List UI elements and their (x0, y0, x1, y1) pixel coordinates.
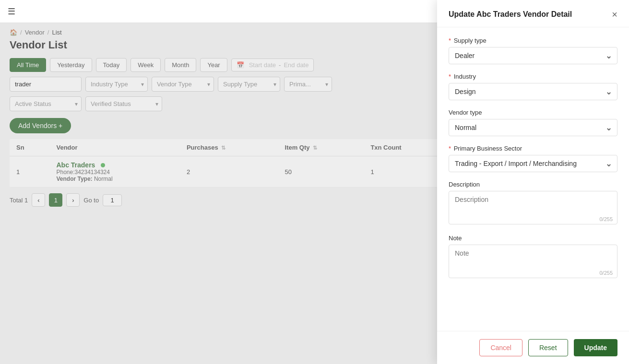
supply-type-select-wrapper: Dealer Distributor Manufacturer Wholesal… (449, 47, 617, 64)
description-textarea[interactable] (449, 191, 617, 224)
industry-select-wrapper: Design Technology Retail Manufacturing (449, 83, 617, 100)
supply-type-modal-select[interactable]: Dealer Distributor Manufacturer Wholesal… (449, 47, 617, 64)
modal-close-button[interactable]: × (612, 10, 617, 19)
vendor-type-group: Vendor type Normal Premium Basic (449, 109, 617, 136)
primary-business-select-wrapper: Trading - Export / Import / Merchandisin… (449, 155, 617, 172)
vendor-type-modal-select[interactable]: Normal Premium Basic (449, 119, 617, 136)
note-group: Note 0/255 (449, 235, 617, 280)
app-layout: ☰ 🏠 / Vendor / List Vendor List All Time… (0, 0, 629, 364)
note-char-count: 0/255 (599, 270, 613, 276)
primary-business-group: * Primary Business Sector Trading - Expo… (449, 145, 617, 172)
description-textarea-wrapper: 0/255 (449, 191, 617, 226)
update-button[interactable]: Update (574, 339, 617, 356)
supply-type-label: * Supply type (449, 37, 617, 44)
modal-footer: Cancel Reset Update (437, 331, 629, 364)
industry-label: * Industry (449, 73, 617, 80)
description-label: Description (449, 181, 617, 188)
description-group: Description 0/255 (449, 181, 617, 226)
primary-business-modal-select[interactable]: Trading - Export / Import / Merchandisin… (449, 155, 617, 172)
primary-business-required: * (449, 145, 451, 152)
supply-type-group: * Supply type Dealer Distributor Manufac… (449, 37, 617, 64)
modal-body: * Supply type Dealer Distributor Manufac… (437, 27, 629, 331)
industry-required: * (449, 73, 451, 80)
description-char-count: 0/255 (599, 216, 613, 222)
note-label: Note (449, 235, 617, 242)
note-textarea[interactable] (449, 245, 617, 278)
primary-business-label: * Primary Business Sector (449, 145, 617, 152)
vendor-type-modal-select-wrapper: Normal Premium Basic (449, 119, 617, 136)
industry-modal-select[interactable]: Design Technology Retail Manufacturing (449, 83, 617, 100)
note-textarea-wrapper: 0/255 (449, 245, 617, 280)
menu-icon[interactable]: ☰ (8, 6, 15, 17)
supply-type-required: * (449, 37, 451, 44)
modal-title: Update Abc Traders Vendor Detail (449, 10, 572, 19)
reset-button[interactable]: Reset (528, 339, 568, 356)
vendor-type-modal-label: Vendor type (449, 109, 617, 116)
industry-group: * Industry Design Technology Retail Manu… (449, 73, 617, 100)
modal-header: Update Abc Traders Vendor Detail × (437, 0, 629, 27)
cancel-button[interactable]: Cancel (479, 339, 522, 356)
modal-panel: Update Abc Traders Vendor Detail × * Sup… (437, 0, 629, 364)
